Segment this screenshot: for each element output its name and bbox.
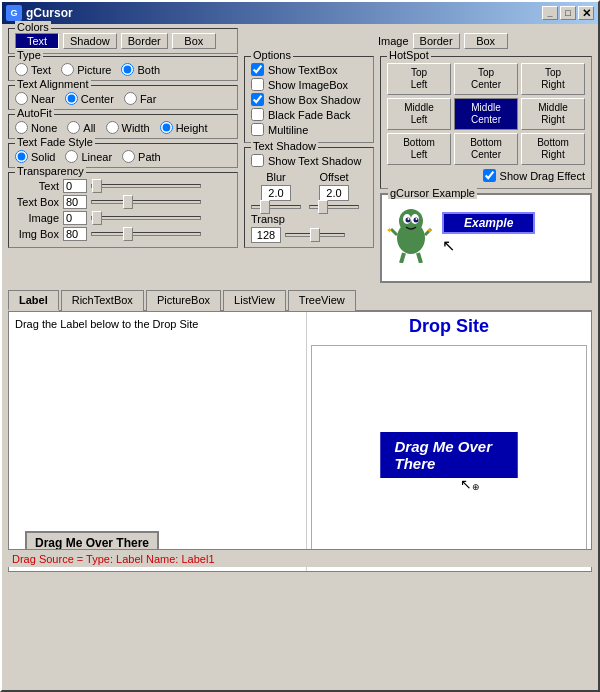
- autofit-none[interactable]: None: [15, 121, 57, 134]
- svg-line-9: [418, 253, 421, 263]
- hs-bottom-center[interactable]: BottomCenter: [454, 133, 518, 165]
- middle-panel: Options Show TextBox Show ImageBox Show …: [244, 56, 374, 283]
- blur-slider[interactable]: [251, 205, 301, 209]
- fade-linear[interactable]: Linear: [65, 150, 112, 163]
- offset-slider[interactable]: [309, 205, 359, 209]
- color-box-button[interactable]: Box: [172, 33, 216, 49]
- tab-left: Drag the Label below to the Drop Site Dr…: [15, 318, 305, 565]
- tabs-section: Label RichTextBox PictureBox ListView Tr…: [8, 289, 592, 567]
- hs-top-right[interactable]: TopRight: [521, 63, 585, 95]
- transp-textbox-slider[interactable]: [91, 200, 201, 204]
- cursor-arrow-icon: ↖: [442, 238, 586, 254]
- window-title: gCursor: [26, 6, 542, 20]
- option-show-imagebox[interactable]: Show ImageBox: [251, 78, 367, 91]
- hotspot-grid: TopLeft TopCenter TopRight MiddleLeft Mi…: [387, 63, 585, 165]
- transp-text-slider[interactable]: [91, 184, 201, 188]
- show-text-shadow-option[interactable]: Show Text Shadow: [251, 154, 367, 167]
- titlebar: G gCursor _ □ ✕: [2, 2, 598, 24]
- fade-path[interactable]: Path: [122, 150, 161, 163]
- autofit-all[interactable]: All: [67, 121, 95, 134]
- example-button[interactable]: Example: [442, 212, 535, 234]
- main-window: G gCursor _ □ ✕ Colors Text Shadow Borde…: [0, 0, 600, 692]
- text-fade-options: Solid Linear Path: [15, 150, 231, 163]
- options-label: Options: [251, 49, 293, 61]
- right-panel: HotSpot TopLeft TopCenter TopRight Middl…: [380, 56, 592, 283]
- svg-line-8: [401, 253, 404, 263]
- transp-text-row: Text 0: [15, 179, 231, 193]
- hs-bottom-right[interactable]: BottomRight: [521, 133, 585, 165]
- svg-text:✦: ✦: [386, 226, 393, 235]
- tabs-bar: Label RichTextBox PictureBox ListView Tr…: [8, 289, 592, 312]
- type-label: Type: [15, 49, 43, 61]
- tab-treeview[interactable]: TreeView: [288, 290, 356, 311]
- text-shadow-label: Text Shadow: [251, 140, 318, 152]
- transp-imgbox-row: Img Box 80: [15, 227, 231, 241]
- hs-top-center[interactable]: TopCenter: [454, 63, 518, 95]
- drop-site-title: Drop Site: [307, 312, 591, 341]
- tab-listview[interactable]: ListView: [223, 290, 286, 311]
- tab-label[interactable]: Label: [8, 290, 59, 311]
- hs-middle-right[interactable]: MiddleRight: [521, 98, 585, 130]
- align-near-option[interactable]: Near: [15, 92, 55, 105]
- autofit-width[interactable]: Width: [106, 121, 150, 134]
- transp-shadow-slider[interactable]: [285, 233, 345, 237]
- align-center-option[interactable]: Center: [65, 92, 114, 105]
- hs-middle-left[interactable]: MiddleLeft: [387, 98, 451, 130]
- app-icon: G: [6, 5, 22, 21]
- left-panel: Type Text Picture Both: [8, 56, 238, 283]
- text-alignment-label: Text Alignment: [15, 78, 91, 90]
- close-button[interactable]: ✕: [578, 6, 594, 20]
- transp-image-slider[interactable]: [91, 216, 201, 220]
- tab-content-area: Drag the Label below to the Drop Site Dr…: [8, 312, 592, 572]
- minimize-button[interactable]: _: [542, 6, 558, 20]
- text-fade-label: Text Fade Style: [15, 136, 95, 148]
- color-text-button[interactable]: Text: [15, 33, 59, 49]
- hs-middle-center[interactable]: MiddleCenter: [454, 98, 518, 130]
- drag-target-label[interactable]: Drag Me Over There: [381, 432, 518, 478]
- transp-imgbox-slider[interactable]: [91, 232, 201, 236]
- drop-site-panel: Drop Site Drag Me Over There ↖⊕: [306, 312, 591, 571]
- svg-point-6: [408, 218, 410, 220]
- drag-instruction: Drag the Label below to the Drop Site: [15, 318, 305, 330]
- color-shadow-button[interactable]: Shadow: [63, 33, 117, 49]
- hs-bottom-left[interactable]: BottomLeft: [387, 133, 451, 165]
- align-far-option[interactable]: Far: [124, 92, 157, 105]
- autofit-height[interactable]: Height: [160, 121, 208, 134]
- tab-picturebox[interactable]: PictureBox: [146, 290, 221, 311]
- example-title: gCursor Example: [388, 187, 477, 199]
- show-drag-effect-option[interactable]: Show Drag Effect: [387, 169, 585, 182]
- image-box-button[interactable]: Box: [464, 33, 508, 49]
- transparency-label: Transparency: [15, 165, 86, 177]
- fade-solid[interactable]: Solid: [15, 150, 55, 163]
- type-text-option[interactable]: Text: [15, 63, 51, 76]
- hs-top-left[interactable]: TopLeft: [387, 63, 451, 95]
- svg-text:✦: ✦: [426, 226, 433, 235]
- drop-zone[interactable]: Drag Me Over There ↖⊕: [311, 345, 587, 565]
- status-bar: Drag Source = Type: Label Name: Label1: [8, 549, 592, 567]
- status-text: Drag Source = Type: Label Name: Label1: [12, 553, 215, 565]
- tab-richtextbox[interactable]: RichTextBox: [61, 290, 144, 311]
- main-layout: Type Text Picture Both: [8, 56, 592, 283]
- type-both-option[interactable]: Both: [121, 63, 160, 76]
- image-label: Image: [378, 35, 409, 47]
- svg-point-7: [416, 218, 418, 220]
- option-show-box-shadow[interactable]: Show Box Shadow: [251, 93, 367, 106]
- drop-cursor-icon: ↖⊕: [460, 476, 480, 492]
- hotspot-label: HotSpot: [387, 49, 431, 61]
- maximize-button[interactable]: □: [560, 6, 576, 20]
- text-alignment-options: Near Center Far: [15, 92, 231, 105]
- cursor-figure-icon: ✦ ✦: [386, 203, 436, 263]
- autofit-label: AutoFit: [15, 107, 54, 119]
- transp-image-row: Image 0: [15, 211, 231, 225]
- main-content: Colors Text Shadow Border Box Image Bord…: [2, 24, 598, 571]
- transp-textbox-row: Text Box 80: [15, 195, 231, 209]
- color-border-button[interactable]: Border: [121, 33, 168, 49]
- offset-group: Offset 2.0: [309, 171, 359, 209]
- option-multiline[interactable]: Multiline: [251, 123, 367, 136]
- transp-shadow-group: Transp 128: [251, 213, 367, 243]
- type-picture-option[interactable]: Picture: [61, 63, 111, 76]
- type-options: Text Picture Both: [15, 63, 231, 76]
- option-black-fade[interactable]: Black Fade Back: [251, 108, 367, 121]
- option-show-textbox[interactable]: Show TextBox: [251, 63, 367, 76]
- image-border-button[interactable]: Border: [413, 33, 460, 49]
